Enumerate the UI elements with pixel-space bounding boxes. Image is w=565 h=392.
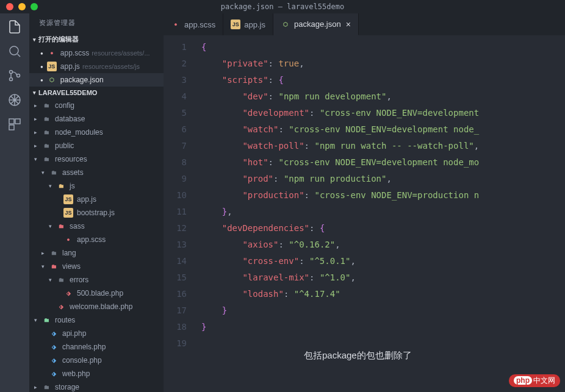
minimize-window-button[interactable] bbox=[18, 3, 26, 10]
open-editors-header[interactable]: ▾ 打开的编辑器 bbox=[29, 32, 164, 46]
code-line[interactable]: "laravel-mix": "^1.0", bbox=[201, 269, 565, 286]
line-number: 10 bbox=[164, 187, 187, 204]
code-line[interactable] bbox=[201, 335, 565, 352]
code-line[interactable]: "dev": "npm run development", bbox=[201, 88, 565, 105]
annotation-text: 包括package的包也删除了 bbox=[304, 350, 412, 362]
tree-item-label: routes bbox=[55, 316, 75, 324]
tree-item[interactable]: ▾🖿resources bbox=[29, 152, 164, 166]
tree-item[interactable]: ▸🖿storage bbox=[29, 380, 164, 392]
tree-item-label: app.js bbox=[77, 195, 96, 204]
open-editor-item[interactable]: ●●app.scssresources/assets/... bbox=[29, 46, 164, 60]
bullet-icon: ● bbox=[40, 51, 43, 56]
svg-point-1 bbox=[10, 71, 13, 74]
svg-rect-7 bbox=[9, 125, 14, 130]
file-tree: ▸🖿config▸🖿database▸🖿node_modules▸🖿public… bbox=[29, 99, 164, 392]
line-number: 11 bbox=[164, 204, 187, 220]
code-line[interactable]: "private": true, bbox=[201, 55, 565, 72]
tree-item-label: console.php bbox=[62, 356, 102, 365]
file-name: package.json bbox=[60, 76, 104, 84]
debug-icon[interactable] bbox=[6, 91, 23, 109]
line-number: 19 bbox=[164, 335, 187, 352]
tree-item-label: public bbox=[55, 141, 74, 150]
tree-item[interactable]: ●app.scss bbox=[29, 233, 164, 246]
chevron-icon: ▾ bbox=[41, 263, 49, 269]
tree-item-label: web.php bbox=[62, 369, 90, 378]
code-line[interactable]: "prod": "npm run production", bbox=[201, 171, 565, 187]
chevron-icon: ▸ bbox=[34, 102, 41, 109]
code-line[interactable]: "scripts": { bbox=[201, 72, 565, 88]
code-line[interactable]: "cross-env": "^5.0.1", bbox=[201, 253, 565, 269]
line-number: 15 bbox=[164, 269, 187, 286]
chevron-icon: ▾ bbox=[34, 317, 41, 323]
code-line[interactable]: "watch-poll": "npm run watch -- --watch-… bbox=[201, 138, 565, 154]
code-line[interactable]: "watch": "cross-env NODE_ENV=development… bbox=[201, 121, 565, 138]
file-name: app.scss bbox=[60, 49, 89, 57]
line-number: 12 bbox=[164, 220, 187, 237]
tree-item[interactable]: ▸🖿lang bbox=[29, 246, 164, 260]
extensions-icon[interactable] bbox=[6, 116, 23, 133]
open-editor-item[interactable]: ●JSapp.jsresources/assets/js bbox=[29, 60, 164, 73]
code-line[interactable]: "hot": "cross-env NODE_ENV=development n… bbox=[201, 154, 565, 171]
source-control-icon[interactable] bbox=[6, 67, 23, 84]
activity-bar bbox=[0, 13, 29, 392]
tree-item[interactable]: ⬗console.php bbox=[29, 354, 164, 367]
tree-item[interactable]: ▾🖿routes bbox=[29, 313, 164, 327]
tree-item[interactable]: JSbootstrap.js bbox=[29, 206, 164, 219]
tree-item-label: api.php bbox=[62, 329, 86, 338]
line-gutter: 12345678910111213141516171819 bbox=[164, 35, 194, 392]
tree-item[interactable]: ▾🖿assets bbox=[29, 166, 164, 179]
line-number: 2 bbox=[164, 55, 187, 72]
close-window-button[interactable] bbox=[6, 3, 13, 10]
tree-item[interactable]: ▸🖿config bbox=[29, 99, 164, 112]
tree-item[interactable]: ▾🖿js bbox=[29, 179, 164, 193]
line-number: 18 bbox=[164, 319, 187, 335]
line-number: 17 bbox=[164, 302, 187, 319]
explorer-icon[interactable] bbox=[6, 18, 23, 35]
tab[interactable]: ⬡package.json× bbox=[273, 13, 359, 35]
code-line[interactable]: } bbox=[201, 302, 565, 319]
search-icon[interactable] bbox=[6, 43, 23, 60]
tree-item[interactable]: ▾🖿sass bbox=[29, 219, 164, 233]
tree-item-label: js bbox=[70, 182, 75, 190]
chevron-down-icon: ▾ bbox=[33, 37, 36, 43]
code-line[interactable]: { bbox=[201, 39, 565, 55]
watermark-right: 中文网 bbox=[533, 376, 555, 385]
tree-item[interactable]: ⬗channels.php bbox=[29, 340, 164, 354]
tree-item[interactable]: ▾🖿views bbox=[29, 260, 164, 273]
maximize-window-button[interactable] bbox=[31, 3, 38, 10]
line-number: 4 bbox=[164, 88, 187, 105]
svg-point-3 bbox=[17, 74, 20, 77]
tree-item[interactable]: ▸🖿public bbox=[29, 139, 164, 152]
tree-item[interactable]: ▸🖿database bbox=[29, 112, 164, 126]
project-header[interactable]: ▾ LARAVEL55DEMO bbox=[29, 87, 164, 99]
tree-item[interactable]: ⬗500.blade.php bbox=[29, 287, 164, 300]
close-icon[interactable]: × bbox=[346, 20, 351, 29]
traffic-lights bbox=[0, 3, 38, 10]
svg-point-0 bbox=[10, 46, 18, 55]
code-line[interactable]: "devDependencies": { bbox=[201, 220, 565, 237]
code-line[interactable]: "production": "cross-env NODE_ENV=produc… bbox=[201, 187, 565, 204]
code-line[interactable]: "development": "cross-env NODE_ENV=devel… bbox=[201, 105, 565, 121]
tab-label: package.json bbox=[294, 20, 341, 29]
code-line[interactable]: }, bbox=[201, 204, 565, 220]
tree-item-label: lang bbox=[62, 249, 76, 257]
tree-item[interactable]: ⬗api.php bbox=[29, 327, 164, 340]
code-area[interactable]: 12345678910111213141516171819 { "private… bbox=[164, 35, 565, 392]
tree-item-label: app.scss bbox=[77, 235, 106, 244]
chevron-icon: ▾ bbox=[49, 183, 56, 189]
tree-item[interactable]: JSapp.js bbox=[29, 193, 164, 206]
tree-item[interactable]: ▸🖿node_modules bbox=[29, 126, 164, 139]
tree-item[interactable]: ▾🖿errors bbox=[29, 273, 164, 287]
tab[interactable]: ●app.scss bbox=[164, 13, 223, 35]
tree-item[interactable]: ⬗web.php bbox=[29, 367, 164, 380]
tab[interactable]: JSapp.js bbox=[223, 13, 273, 35]
line-number: 6 bbox=[164, 121, 187, 138]
code-line[interactable]: "lodash": "^4.17.4" bbox=[201, 286, 565, 302]
tree-item[interactable]: ⬗welcome.blade.php bbox=[29, 300, 164, 313]
line-number: 5 bbox=[164, 105, 187, 121]
code-line[interactable]: "axios": "^0.16.2", bbox=[201, 237, 565, 253]
code-line[interactable]: } bbox=[201, 319, 565, 335]
line-number: 16 bbox=[164, 286, 187, 302]
code-content[interactable]: { "private": true, "scripts": { "dev": "… bbox=[194, 35, 565, 392]
open-editor-item[interactable]: ●⬡package.json bbox=[29, 73, 164, 87]
